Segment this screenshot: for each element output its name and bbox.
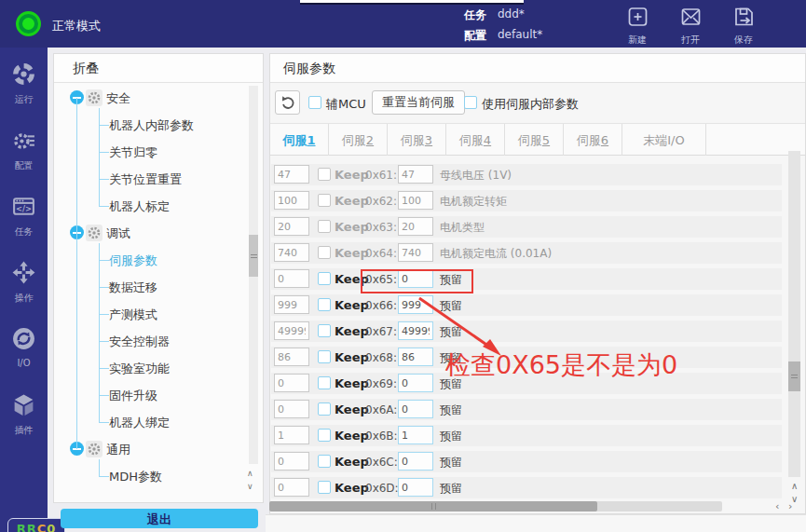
keep-checkbox[interactable] (318, 220, 331, 233)
param-input-left[interactable] (274, 374, 309, 392)
tree-item-1-6[interactable]: 机器人绑定 (109, 415, 170, 435)
open-button[interactable]: 打开 (670, 6, 711, 47)
param-input-left[interactable] (274, 478, 309, 497)
param-input-value[interactable] (398, 191, 433, 210)
param-address: 0x69: (365, 377, 397, 390)
tree-item-1-2[interactable]: 产测模式 (109, 307, 157, 327)
tree-item-0-1[interactable]: 关节归零 (109, 144, 157, 165)
tree-scroll-down-icon[interactable]: ∨ (247, 483, 253, 491)
tree-item-1-1[interactable]: 数据迁移 (109, 280, 157, 300)
sidebar-item-task[interactable]: </>任务 (0, 194, 48, 239)
param-input-value[interactable] (398, 217, 433, 236)
use-internal-params-checkbox[interactable] (464, 96, 477, 109)
plugin-icon (0, 392, 48, 421)
param-input-left[interactable] (274, 269, 309, 288)
keep-checkbox[interactable] (318, 246, 331, 259)
new-button[interactable]: 新建 (617, 6, 658, 47)
param-input-left[interactable] (274, 217, 309, 236)
param-row: Keep0x67:预留 (271, 321, 782, 342)
tree-item-0-0[interactable]: 机器人内部参数 (109, 117, 194, 138)
keep-checkbox[interactable] (318, 272, 331, 285)
main-scroll-up-icon[interactable]: ∧ (791, 482, 798, 490)
main-scrollbar-thumb[interactable] (788, 361, 800, 391)
keep-checkbox[interactable] (318, 481, 331, 494)
param-input-value[interactable] (398, 452, 433, 471)
param-input-value[interactable] (398, 426, 433, 444)
tab-servo-6[interactable]: 伺服6 (564, 124, 622, 156)
tree-group-0[interactable]: 安全 (106, 90, 130, 111)
h-scroll-right-icon[interactable]: › (788, 502, 792, 511)
sidebar-item-run[interactable]: 运行 (0, 61, 48, 106)
param-input-left[interactable] (274, 400, 309, 418)
param-description: 预留 (440, 455, 462, 471)
keep-checkbox[interactable] (318, 324, 331, 337)
tree-scroll-up-icon[interactable]: ∧ (247, 470, 253, 478)
main-scrollbar-vertical[interactable] (788, 151, 800, 477)
param-input-value[interactable] (398, 165, 433, 184)
tab-servo-4[interactable]: 伺服4 (446, 124, 505, 156)
tree-item-2-0[interactable]: MDH参数 (109, 469, 162, 489)
param-input-left[interactable] (274, 295, 309, 314)
keep-checkbox[interactable] (318, 429, 331, 442)
tab-servo-2[interactable]: 伺服2 (329, 124, 388, 156)
tree-item-1-0[interactable]: 伺服参数 (109, 252, 157, 273)
sidebar-item-label: 任务 (0, 225, 48, 239)
tab-servo-1[interactable]: 伺服1 (270, 124, 329, 156)
tab-servo-3[interactable]: 伺服3 (388, 124, 446, 156)
keep-checkbox[interactable] (318, 402, 331, 416)
param-input-value[interactable] (398, 374, 433, 392)
keep-checkbox[interactable] (318, 298, 331, 311)
sidebar-item-io[interactable]: I/O (0, 326, 48, 368)
h-scrollbar[interactable] (269, 501, 722, 512)
sidebar-item-config[interactable]: 配置 (0, 128, 48, 172)
keep-checkbox[interactable] (318, 194, 331, 207)
param-input-left[interactable] (274, 452, 309, 471)
tree-item-0-2[interactable]: 关节位置重置 (109, 171, 182, 192)
tree-group-1[interactable]: 调试 (106, 225, 130, 246)
param-input-value[interactable] (398, 478, 433, 497)
tree-scrollbar[interactable] (249, 86, 258, 464)
reset-current-servo-button[interactable]: 重置当前伺服 (372, 90, 465, 115)
param-input-left[interactable] (274, 191, 309, 210)
annotation-text: 检查0X65是不是为0 (445, 348, 677, 382)
save-button[interactable]: 保存 (723, 6, 764, 47)
param-row: Keep0x64:电机额定电流 (0.01A) (271, 242, 782, 264)
tree-item-0-3[interactable]: 机器人标定 (109, 198, 170, 219)
keep-checkbox[interactable] (318, 376, 331, 389)
sidebar-item-label: 配置 (0, 159, 48, 172)
keep-label: Keep (335, 324, 369, 338)
tree-branch-line (99, 395, 109, 396)
param-input-left[interactable] (274, 348, 309, 366)
param-input-left[interactable] (274, 165, 309, 184)
tree-branch-line (99, 314, 109, 315)
param-input-left[interactable] (274, 321, 309, 340)
param-input-value[interactable] (398, 400, 433, 418)
sidebar-item-operate[interactable]: 操作 (0, 260, 48, 305)
tree-item-1-5[interactable]: 固件升级 (109, 388, 157, 408)
param-input-left[interactable] (274, 426, 309, 444)
h-scrollbar-thumb[interactable] (269, 501, 597, 512)
tree-branch-line (99, 476, 109, 477)
tree-group-2[interactable]: 通用 (106, 442, 130, 462)
tree-item-1-3[interactable]: 安全控制器 (109, 334, 170, 354)
param-description: 电机额定电流 (0.01A) (440, 246, 552, 262)
tree-item-1-4[interactable]: 实验室功能 (109, 361, 170, 381)
keep-checkbox[interactable] (318, 455, 331, 468)
sidebar-item-plugin[interactable]: 插件 (0, 392, 48, 437)
keep-checkbox[interactable] (318, 350, 331, 363)
aux-mcu-checkbox[interactable] (308, 96, 321, 109)
refresh-button[interactable] (275, 90, 300, 115)
keep-label: Keep (335, 350, 369, 364)
tab-servo-5[interactable]: 伺服5 (505, 124, 564, 156)
param-input-left[interactable] (274, 243, 309, 262)
param-row: Keep0x61:母线电压 (1V) (271, 164, 782, 185)
h-scroll-left-icon[interactable]: ‹ (775, 502, 779, 511)
tab-servo-end-io[interactable]: 末端I/O (622, 124, 706, 156)
param-input-value[interactable] (398, 243, 433, 262)
keep-label: Keep (335, 220, 369, 234)
param-row: Keep0x6A:预留 (271, 399, 782, 420)
keep-checkbox[interactable] (318, 168, 331, 181)
tree-scrollbar-thumb[interactable] (249, 235, 258, 277)
exit-button[interactable]: 退出 (61, 509, 258, 528)
tree-branch-line (99, 125, 109, 126)
